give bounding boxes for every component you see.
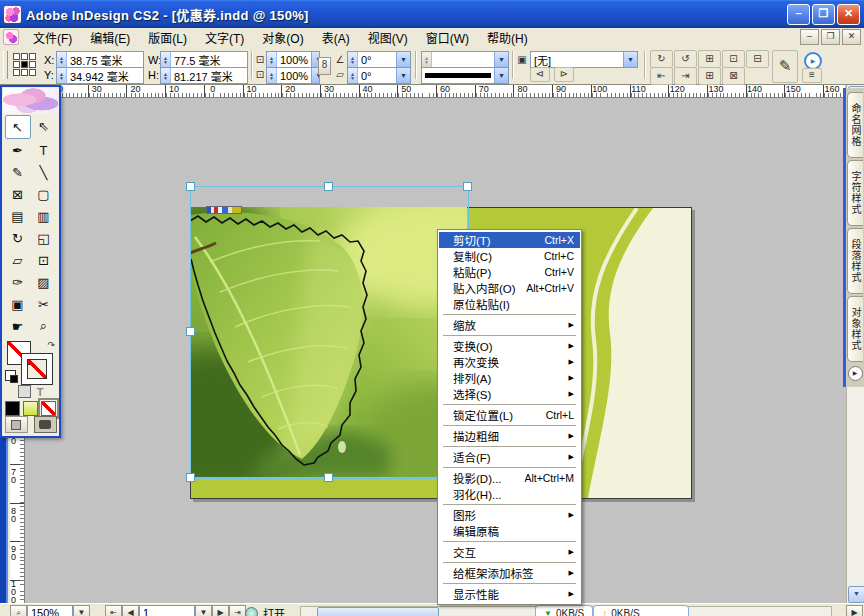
menubar-item[interactable]: 窗口(W) — [417, 27, 478, 48]
horizontal-grid-tool-icon[interactable]: ▤ — [5, 205, 31, 227]
clear-overrides-button[interactable]: ⊳ — [554, 67, 574, 82]
palette-menu-button[interactable]: ≡ — [802, 68, 822, 83]
minimize-button[interactable]: – — [787, 4, 810, 25]
formatting-affects-text-button[interactable]: T — [37, 386, 44, 398]
type-tool-icon[interactable]: T — [31, 139, 57, 161]
y-spinner[interactable]: ▲▼ — [57, 68, 67, 83]
distribute-button[interactable]: ⇥ — [674, 67, 697, 85]
scroll-right-arrow[interactable]: ▶ — [846, 605, 863, 616]
stroke-weight-field[interactable]: ▲▼▼ — [421, 51, 509, 68]
context-menu-item[interactable]: 编辑原稿 — [439, 523, 580, 539]
horizontal-scroll-thumb[interactable] — [317, 607, 439, 616]
zoom-tool-icon[interactable]: ⌕ — [31, 315, 57, 337]
context-menu-item[interactable]: 投影(D)...Alt+Ctrl+M — [439, 470, 580, 486]
selection-handle[interactable] — [324, 182, 333, 191]
fit-frame-to-content-button[interactable]: ⊡ — [722, 50, 745, 68]
apply-none-button[interactable] — [41, 401, 56, 416]
context-menu-item[interactable]: 粘贴(P)Ctrl+V — [439, 264, 580, 280]
palette-grip[interactable] — [3, 51, 8, 79]
w-field[interactable]: ▲▼77.5 毫米 — [160, 51, 248, 68]
constrain-proportions-link-icon[interactable]: 8 — [318, 57, 331, 75]
center-content-button[interactable]: ⊟ — [746, 50, 769, 68]
doc-restore-button[interactable]: ❐ — [821, 29, 840, 45]
x-field[interactable]: ▲▼38.75 毫米 — [56, 51, 144, 68]
rectangle-tool-icon[interactable]: ▢ — [31, 183, 57, 205]
free-transform-tool-icon[interactable]: ⊡ — [31, 249, 57, 271]
stroke-swatch[interactable] — [22, 354, 52, 384]
scissors-tool-icon[interactable]: ✂ — [31, 293, 57, 315]
scale-tool-icon[interactable]: ◱ — [31, 227, 57, 249]
menubar-item[interactable]: 文字(T) — [196, 27, 253, 48]
selection-tool-icon[interactable]: ↖ — [5, 115, 31, 139]
page-number-field[interactable]: 1 — [139, 605, 195, 616]
break-link-to-style-button[interactable]: ⊲ — [530, 67, 550, 82]
rotation-field[interactable]: ▲▼0°▼ — [347, 51, 411, 68]
context-menu-item[interactable]: 剪切(T)Ctrl+X — [439, 232, 580, 248]
selection-frame[interactable] — [190, 186, 469, 479]
fit-content-to-frame-button[interactable]: ⊞ — [698, 50, 721, 68]
x-spinner[interactable]: ▲▼ — [57, 52, 67, 67]
selection-handle[interactable] — [186, 182, 195, 191]
line-tool-icon[interactable]: ╲ — [31, 161, 57, 183]
formatting-affects-container-button[interactable] — [18, 385, 31, 398]
context-menu-item[interactable]: 锁定位置(L)Ctrl+L — [439, 407, 580, 423]
dock-tab[interactable]: 命名网格 — [847, 92, 863, 158]
context-menu-item[interactable]: 缩放▶ — [439, 317, 580, 333]
prev-page-button[interactable]: ◀ — [122, 605, 139, 616]
close-button[interactable]: ✕ — [837, 4, 860, 25]
menubar-item[interactable]: 编辑(E) — [81, 27, 139, 48]
context-menu-item[interactable]: 交互▶ — [439, 544, 580, 560]
dock-tab[interactable]: 字符样式 — [847, 160, 863, 226]
normal-view-button[interactable] — [5, 416, 28, 433]
context-menu-item[interactable]: 适合(F)▶ — [439, 449, 580, 465]
preview-view-button[interactable] — [34, 416, 57, 433]
next-page-button[interactable]: ▶ — [212, 605, 229, 616]
reference-point-proxy[interactable] — [12, 52, 37, 77]
hand-tool-icon[interactable]: ☛ — [5, 315, 31, 337]
horizontal-ruler[interactable]: 4030201001020304050607080901001101201301… — [24, 84, 845, 98]
dock-tab[interactable]: 段落样式 — [847, 228, 863, 294]
h-field[interactable]: ▲▼81.217 毫米 — [160, 67, 248, 84]
zoom-dropdown-arrow[interactable]: ▼ — [73, 605, 90, 616]
frame-tool-icon[interactable]: ⊠ — [5, 183, 31, 205]
h-spinner[interactable]: ▲▼ — [161, 68, 171, 83]
zoom-status-icon[interactable]: ⌕ — [10, 605, 27, 616]
rotate-tool-icon[interactable]: ↻ — [5, 227, 31, 249]
maximize-button[interactable]: ❐ — [812, 4, 835, 25]
selection-handle[interactable] — [463, 182, 472, 191]
context-menu-item[interactable]: 图形▶ — [439, 507, 580, 523]
button-tool-icon[interactable]: ▣ — [5, 293, 31, 315]
swap-fill-stroke-icon[interactable]: ↷ — [47, 340, 55, 350]
y-field[interactable]: ▲▼34.942 毫米 — [56, 67, 144, 84]
scroll-down-arrow[interactable]: ▼ — [848, 586, 864, 603]
w-spinner[interactable]: ▲▼ — [161, 52, 171, 67]
selection-handle[interactable] — [186, 327, 195, 336]
stroke-type-dropdown-arrow[interactable]: ▼ — [494, 68, 508, 83]
dock-expand-button[interactable]: ▶ — [848, 366, 863, 381]
transform-sequence-button[interactable]: ↺ — [674, 50, 697, 68]
menubar-item[interactable]: 文件(F) — [24, 27, 81, 48]
preflight-status-icon[interactable] — [245, 607, 258, 616]
default-fill-stroke-icon[interactable] — [5, 370, 16, 381]
object-style-dropdown-arrow[interactable]: ▼ — [623, 52, 637, 67]
context-menu-item[interactable]: 原位粘贴(I) — [439, 296, 580, 312]
transform-again-button[interactable]: ↻ — [650, 50, 673, 68]
last-page-button[interactable]: ⇥ — [229, 605, 246, 616]
eyedropper-tool-icon[interactable]: ✑ — [5, 271, 31, 293]
shear-field[interactable]: ▲▼0°▼ — [347, 67, 411, 84]
menubar-item[interactable]: 表(A) — [313, 27, 359, 48]
context-menu-item[interactable]: 排列(A)▶ — [439, 370, 580, 386]
shear-tool-icon[interactable]: ▱ — [5, 249, 31, 271]
page-dropdown-arrow[interactable]: ▼ — [195, 605, 212, 616]
shear-dropdown-arrow[interactable]: ▼ — [396, 68, 410, 83]
direct-selection-tool-icon[interactable]: ⇖ — [31, 115, 57, 137]
menubar-item[interactable]: 版面(L) — [139, 27, 196, 48]
object-style-field[interactable]: [无]▼ — [530, 51, 638, 68]
scale-y-field[interactable]: ▲▼100%▼ — [266, 67, 320, 84]
menubar-item[interactable]: 帮助(H) — [478, 27, 537, 48]
scale-x-field[interactable]: ▲▼100%▼ — [266, 51, 320, 68]
context-menu-item[interactable]: 描边粗细▶ — [439, 428, 580, 444]
selection-handle[interactable] — [186, 473, 195, 482]
dock-tab[interactable]: 对象样式 — [847, 296, 863, 362]
apply-color-button[interactable] — [5, 401, 20, 416]
